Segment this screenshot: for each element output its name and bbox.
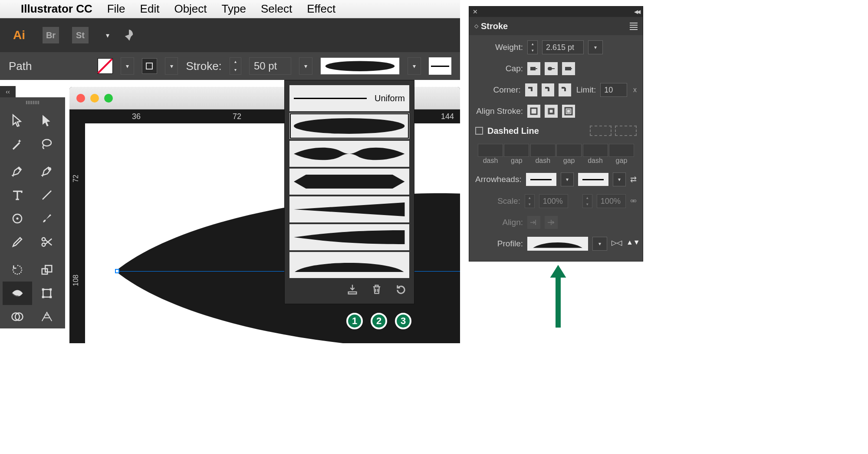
weight-stepper[interactable]: ▴▾ (527, 40, 538, 54)
stock-icon[interactable]: St (72, 27, 89, 43)
profile-dropdown[interactable]: ▾ (408, 57, 421, 75)
menu-edit[interactable]: Edit (140, 2, 160, 16)
arrowhead-start-dropdown[interactable]: ▾ (561, 172, 574, 186)
fill-dropdown[interactable]: ▾ (121, 57, 134, 75)
curvature-tool[interactable] (32, 160, 62, 183)
align-stroke-inside-button[interactable] (545, 105, 558, 118)
grip-icon[interactable] (3, 100, 62, 105)
stroke-weight-value[interactable]: 50 pt (249, 57, 291, 75)
profile-width-5[interactable] (289, 224, 410, 251)
align-stroke-center-button[interactable] (527, 105, 540, 118)
bridge-icon[interactable]: Br (43, 27, 59, 43)
limit-value[interactable]: 10 (600, 83, 627, 97)
shape-builder-tool[interactable] (3, 305, 32, 328)
align-stroke-outside-button[interactable] (562, 105, 575, 118)
arrange-documents[interactable]: ▾ (102, 31, 109, 40)
menu-select[interactable]: Select (261, 2, 292, 16)
minimize-window-button[interactable] (90, 94, 99, 103)
fill-swatch[interactable] (98, 58, 113, 74)
annotation-arrow (545, 259, 571, 333)
stroke-weight-dropdown[interactable]: ▾ (299, 57, 312, 75)
gap-2-input[interactable] (556, 144, 582, 157)
weight-value[interactable]: 2.615 pt (542, 40, 584, 54)
magic-wand-tool[interactable] (3, 132, 32, 156)
save-profile-icon[interactable] (346, 283, 358, 295)
svg-rect-12 (43, 289, 51, 297)
profile-width-3[interactable] (289, 168, 410, 195)
swap-arrowheads-icon[interactable]: ⇄ (630, 175, 637, 184)
dash-preserve-button[interactable] (590, 126, 612, 136)
arrowhead-start[interactable] (526, 173, 556, 186)
gap-3-input[interactable] (609, 144, 634, 157)
reset-profiles-icon[interactable] (395, 283, 407, 295)
collapse-icon[interactable]: ◀◀ (634, 9, 639, 15)
ruler-tick: 108 (72, 275, 80, 286)
flip-across-icon[interactable]: ▲▼ (626, 239, 637, 249)
profile-label: Uniform (375, 93, 405, 103)
free-transform-tool[interactable] (32, 282, 62, 305)
stroke-dropdown[interactable]: ▾ (165, 57, 178, 75)
width-tool[interactable] (3, 282, 32, 305)
delete-profile-icon[interactable] (371, 283, 383, 295)
profile-dropdown[interactable]: ▾ (592, 237, 607, 251)
lasso-tool[interactable] (32, 132, 62, 156)
brush-definition[interactable] (429, 57, 451, 75)
scale-tool[interactable] (32, 258, 62, 282)
corner-bevel-button[interactable] (559, 83, 571, 96)
scale-start-stepper: ▴▾ (525, 194, 535, 208)
dash-3-input[interactable] (583, 144, 608, 157)
gap-1-input[interactable] (504, 144, 529, 157)
arrowhead-end[interactable] (578, 173, 608, 186)
corner-miter-button[interactable] (525, 83, 538, 96)
direct-selection-tool[interactable] (32, 109, 62, 132)
dash-2-input[interactable] (530, 144, 556, 157)
profile-width-1[interactable] (289, 113, 410, 139)
stroke-swatch[interactable] (142, 58, 157, 74)
corner-round-button[interactable] (542, 83, 554, 96)
ruler-tick: 36 (132, 112, 141, 121)
panel-title-label: Stroke (481, 21, 508, 31)
ellipse-tool[interactable] (3, 207, 32, 230)
scale-start-value: 100% (539, 194, 568, 208)
menu-object[interactable]: Object (174, 2, 207, 16)
maximize-window-button[interactable] (104, 94, 113, 103)
pencil-tool[interactable] (3, 230, 32, 254)
dash-1-input[interactable] (478, 144, 503, 157)
svg-rect-30 (567, 109, 570, 113)
cap-round-button[interactable] (545, 62, 558, 75)
dashed-line-checkbox[interactable] (475, 127, 483, 135)
rotate-tool[interactable] (3, 258, 32, 282)
anchor-point[interactable] (115, 269, 119, 273)
menu-type[interactable]: Type (222, 2, 246, 16)
vertical-ruler[interactable]: 72 108 (69, 109, 85, 343)
cap-butt-button[interactable] (527, 62, 540, 75)
profile-uniform[interactable]: Uniform (289, 85, 410, 112)
flip-along-icon[interactable]: ▷◁ (612, 239, 622, 249)
ai-logo: Ai (9, 27, 30, 44)
pen-tool[interactable] (3, 160, 32, 183)
scissors-tool[interactable] (32, 230, 62, 254)
close-icon[interactable]: ✕ (473, 8, 478, 15)
weight-dropdown[interactable]: ▾ (588, 40, 603, 54)
selection-tool[interactable] (3, 109, 32, 132)
panel-collapse-strip[interactable]: ‹‹ (0, 86, 16, 97)
line-segment-tool[interactable] (32, 183, 62, 207)
profile-width-6[interactable] (289, 252, 410, 278)
close-window-button[interactable] (76, 94, 85, 103)
profile-width-2[interactable] (289, 140, 410, 167)
variable-width-profile[interactable] (320, 57, 400, 75)
type-tool[interactable] (3, 183, 32, 207)
arrowhead-end-dropdown[interactable]: ▾ (613, 172, 626, 186)
cap-projecting-button[interactable] (562, 62, 575, 75)
app-menu[interactable]: Illustrator CC (21, 2, 92, 16)
menu-file[interactable]: File (107, 2, 125, 16)
menu-effect[interactable]: Effect (307, 2, 335, 16)
panel-menu-icon[interactable] (630, 23, 638, 30)
rocket-icon[interactable] (122, 29, 135, 42)
profile-width-4[interactable] (289, 196, 410, 223)
profile-preview[interactable] (527, 237, 588, 251)
perspective-grid-tool[interactable] (32, 305, 62, 328)
stroke-weight-stepper[interactable]: ▴▾ (230, 57, 241, 75)
dash-align-button[interactable] (615, 126, 637, 136)
paintbrush-tool[interactable] (32, 207, 62, 230)
